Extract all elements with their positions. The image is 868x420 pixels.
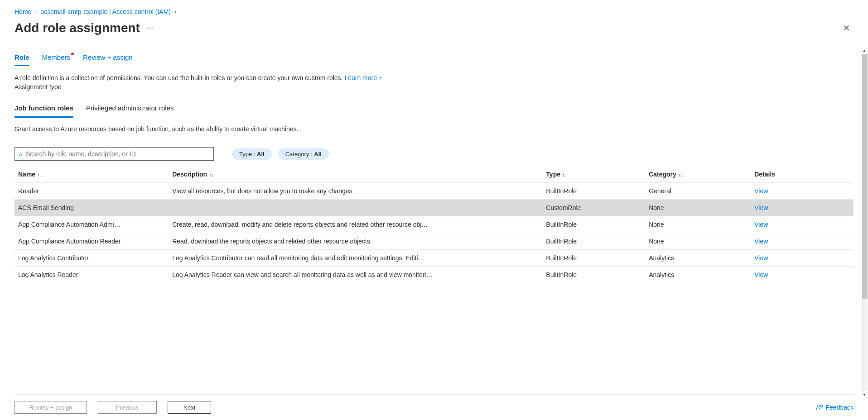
chevron-right-icon: › <box>35 9 37 15</box>
tab-members-label: Members <box>42 53 71 61</box>
feedback-label: Feedback <box>826 404 854 411</box>
tab-review-assign[interactable]: Review + assign <box>83 53 133 66</box>
tab-role[interactable]: Role <box>14 53 29 66</box>
cell-name: Reader <box>14 183 169 200</box>
view-link[interactable]: View <box>751 200 854 216</box>
column-name[interactable]: Name↑↓ <box>14 166 169 183</box>
cell-name: App Compliance Automation Admi… <box>14 216 169 233</box>
sort-icon: ↑↓ <box>562 172 567 177</box>
cell-description <box>169 200 542 216</box>
cell-type: BuiltInRole <box>542 250 645 267</box>
cell-category: Analytics <box>645 250 751 267</box>
tab-members[interactable]: Members <box>42 53 71 66</box>
table-row[interactable]: Log Analytics ReaderLog Analytics Reader… <box>14 267 854 283</box>
cell-category: None <box>645 216 751 233</box>
filter-category-pill[interactable]: Category : All <box>278 148 329 160</box>
column-description-label: Description <box>172 171 207 178</box>
scroll-up-icon[interactable]: ▲ <box>861 47 868 54</box>
tab-job-function-roles[interactable]: Job function roles <box>14 101 73 118</box>
role-table: Name↑↓ Description↑↓ Type↑↓ Category↑↓ D… <box>14 166 854 283</box>
page-title: Add role assignment <box>14 21 140 35</box>
breadcrumb-resource[interactable]: acsemail-smtp-example | Access control (… <box>40 8 171 15</box>
cell-name: App Compliance Automation Reader <box>14 233 169 250</box>
filter-category-value: All <box>314 151 322 158</box>
external-link-icon: ↗ <box>378 76 382 81</box>
cell-name: ACS Email Sending <box>14 200 169 216</box>
cell-category: General <box>645 183 751 200</box>
column-category-label: Category <box>649 171 676 178</box>
view-link[interactable]: View <box>751 233 854 250</box>
cell-category: None <box>645 200 751 216</box>
table-row[interactable]: ReaderView all resources, but does not a… <box>14 183 854 200</box>
table-row[interactable]: App Compliance Automation ReaderRead, do… <box>14 233 854 250</box>
cell-category: Analytics <box>645 267 751 283</box>
previous-button[interactable]: Previous <box>98 401 157 414</box>
view-link[interactable]: View <box>751 216 854 233</box>
search-icon: ⌕ <box>19 151 22 158</box>
close-icon[interactable]: ✕ <box>839 21 854 35</box>
cell-name: Log Analytics Contributor <box>14 250 169 267</box>
view-link[interactable]: View <box>751 183 854 200</box>
tab-privileged-admin-roles[interactable]: Privileged administrator roles <box>86 101 174 118</box>
main-tabs: Role Members Review + assign <box>14 53 854 66</box>
dot-indicator-icon <box>71 52 74 55</box>
breadcrumb: Home › acsemail-smtp-example | Access co… <box>14 8 854 15</box>
feedback-link[interactable]: Feedback <box>816 404 854 411</box>
feedback-icon <box>816 404 823 411</box>
cell-type: BuiltInRole <box>542 183 645 200</box>
review-assign-button[interactable]: Review + assign <box>14 401 87 414</box>
scroll-down-icon[interactable]: ▼ <box>861 391 868 398</box>
column-category[interactable]: Category↑↓ <box>645 166 751 183</box>
cell-description: Read, download the reports objects and r… <box>169 233 542 250</box>
column-description[interactable]: Description↑↓ <box>169 166 542 183</box>
next-button[interactable]: Next <box>168 401 211 414</box>
cell-type: BuiltInRole <box>542 233 645 250</box>
column-details: Details <box>751 166 854 183</box>
filter-type-value: All <box>257 151 265 158</box>
sort-icon: ↑↓ <box>209 172 214 177</box>
view-link[interactable]: View <box>751 250 854 267</box>
column-details-label: Details <box>754 171 775 178</box>
sort-icon: ↑↓ <box>37 172 42 177</box>
vertical-scrollbar[interactable]: ▲ ▼ <box>861 54 868 391</box>
table-row[interactable]: App Compliance Automation Admi…Create, r… <box>14 216 854 233</box>
table-row[interactable]: ACS Email SendingCustomRoleNoneView <box>14 200 854 216</box>
assignment-type-label: Assignment type <box>14 83 854 91</box>
cell-type: BuiltInRole <box>542 267 645 283</box>
role-search[interactable]: ⌕ <box>14 147 214 161</box>
chevron-right-icon: › <box>174 9 176 15</box>
view-link[interactable]: View <box>751 267 854 283</box>
role-description-text: A role definition is a collection of per… <box>14 74 344 81</box>
cell-description: View all resources, but does not allow y… <box>169 183 542 200</box>
cell-description: Log Analytics Contributor can read all m… <box>169 250 542 267</box>
cell-name: Log Analytics Reader <box>14 267 169 283</box>
search-input[interactable] <box>26 150 210 158</box>
role-description: A role definition is a collection of per… <box>14 74 854 81</box>
cell-description: Create, read, download, modify and delet… <box>169 216 542 233</box>
sort-icon: ↑↓ <box>678 172 683 177</box>
filter-type-label: Type : <box>239 151 257 158</box>
cell-type: BuiltInRole <box>542 216 645 233</box>
role-table-container: Name↑↓ Description↑↓ Type↑↓ Category↑↓ D… <box>14 166 854 391</box>
table-row[interactable]: Log Analytics ContributorLog Analytics C… <box>14 250 854 267</box>
scroll-thumb[interactable] <box>862 54 868 299</box>
column-name-label: Name <box>18 171 35 178</box>
footer-bar: Review + assign Previous Next Feedback <box>14 394 854 420</box>
fade-overlay <box>14 382 854 391</box>
column-type[interactable]: Type↑↓ <box>542 166 645 183</box>
sub-tabs: Job function roles Privileged administra… <box>14 101 854 118</box>
cell-category: None <box>645 233 751 250</box>
filter-category-label: Category : <box>285 151 314 158</box>
column-type-label: Type <box>546 171 560 178</box>
cell-description: Log Analytics Reader can view and search… <box>169 267 542 283</box>
breadcrumb-home[interactable]: Home <box>14 8 31 15</box>
cell-type: CustomRole <box>542 200 645 216</box>
learn-more-link[interactable]: Learn more <box>344 74 377 81</box>
svg-point-0 <box>817 405 819 407</box>
filter-type-pill[interactable]: Type : All <box>232 148 272 160</box>
more-icon[interactable]: ··· <box>147 24 153 32</box>
sub-description: Grant access to Azure resources based on… <box>14 125 854 133</box>
